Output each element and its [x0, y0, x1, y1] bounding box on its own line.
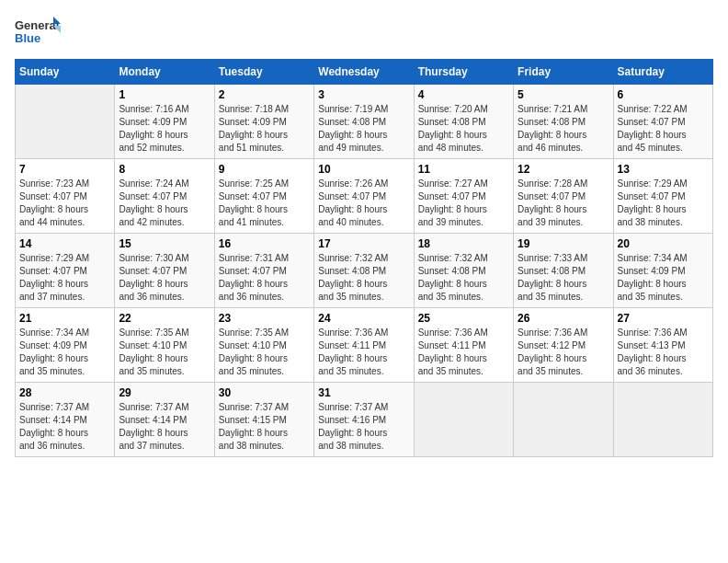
day-number: 10 [318, 163, 409, 176]
calendar-cell: 17Sunrise: 7:32 AM Sunset: 4:08 PM Dayli… [314, 234, 414, 308]
day-number: 26 [518, 312, 609, 325]
calendar-cell: 13Sunrise: 7:29 AM Sunset: 4:07 PM Dayli… [613, 159, 712, 234]
calendar-cell: 7Sunrise: 7:23 AM Sunset: 4:07 PM Daylig… [16, 159, 115, 234]
day-number: 2 [219, 88, 310, 101]
calendar-cell [16, 85, 115, 159]
day-info: Sunrise: 7:36 AM Sunset: 4:11 PM Dayligh… [418, 327, 509, 378]
day-number: 7 [19, 163, 110, 176]
day-info: Sunrise: 7:34 AM Sunset: 4:09 PM Dayligh… [618, 252, 709, 304]
calendar-cell: 24Sunrise: 7:36 AM Sunset: 4:11 PM Dayli… [314, 308, 414, 383]
calendar-cell: 16Sunrise: 7:31 AM Sunset: 4:07 PM Dayli… [214, 234, 313, 308]
day-info: Sunrise: 7:24 AM Sunset: 4:07 PM Dayligh… [119, 178, 210, 229]
header-wednesday: Wednesday [314, 60, 414, 85]
day-number: 18 [418, 237, 509, 250]
day-info: Sunrise: 7:36 AM Sunset: 4:11 PM Dayligh… [318, 327, 409, 378]
day-number: 1 [119, 88, 210, 101]
calendar-header: SundayMondayTuesdayWednesdayThursdayFrid… [16, 60, 713, 85]
calendar-cell [414, 383, 513, 457]
calendar-cell: 23Sunrise: 7:35 AM Sunset: 4:10 PM Dayli… [214, 308, 313, 383]
day-info: Sunrise: 7:37 AM Sunset: 4:15 PM Dayligh… [219, 401, 310, 453]
day-info: Sunrise: 7:23 AM Sunset: 4:07 PM Dayligh… [19, 178, 110, 229]
calendar-cell [514, 383, 613, 457]
header-thursday: Thursday [414, 60, 513, 85]
day-number: 19 [518, 237, 609, 250]
calendar-cell: 19Sunrise: 7:33 AM Sunset: 4:08 PM Dayli… [514, 234, 613, 308]
calendar-cell: 6Sunrise: 7:22 AM Sunset: 4:07 PM Daylig… [613, 85, 712, 159]
day-number: 5 [518, 88, 609, 101]
calendar-cell [613, 383, 712, 457]
header-friday: Friday [514, 60, 613, 85]
day-info: Sunrise: 7:34 AM Sunset: 4:09 PM Dayligh… [19, 327, 110, 378]
day-info: Sunrise: 7:19 AM Sunset: 4:08 PM Dayligh… [318, 103, 409, 155]
day-number: 4 [418, 88, 509, 101]
calendar-cell: 3Sunrise: 7:19 AM Sunset: 4:08 PM Daylig… [314, 85, 414, 159]
calendar-cell: 2Sunrise: 7:18 AM Sunset: 4:09 PM Daylig… [214, 85, 313, 159]
day-number: 14 [19, 237, 110, 250]
day-info: Sunrise: 7:22 AM Sunset: 4:07 PM Dayligh… [618, 103, 709, 155]
calendar-week-4: 21Sunrise: 7:34 AM Sunset: 4:09 PM Dayli… [16, 308, 713, 383]
svg-text:Blue: Blue [15, 31, 40, 45]
calendar-cell: 11Sunrise: 7:27 AM Sunset: 4:07 PM Dayli… [414, 159, 513, 234]
day-number: 21 [19, 312, 110, 325]
day-info: Sunrise: 7:36 AM Sunset: 4:13 PM Dayligh… [618, 327, 709, 378]
day-info: Sunrise: 7:29 AM Sunset: 4:07 PM Dayligh… [19, 252, 110, 304]
day-info: Sunrise: 7:28 AM Sunset: 4:07 PM Dayligh… [518, 178, 609, 229]
logo: General Blue [15, 15, 61, 52]
day-info: Sunrise: 7:37 AM Sunset: 4:16 PM Dayligh… [318, 401, 409, 453]
day-number: 30 [219, 386, 310, 399]
calendar-cell: 4Sunrise: 7:20 AM Sunset: 4:08 PM Daylig… [414, 85, 513, 159]
svg-text:General: General [15, 18, 59, 32]
day-info: Sunrise: 7:37 AM Sunset: 4:14 PM Dayligh… [119, 401, 210, 453]
day-number: 20 [618, 237, 709, 250]
calendar-week-2: 7Sunrise: 7:23 AM Sunset: 4:07 PM Daylig… [16, 159, 713, 234]
day-info: Sunrise: 7:31 AM Sunset: 4:07 PM Dayligh… [219, 252, 310, 304]
calendar-cell: 12Sunrise: 7:28 AM Sunset: 4:07 PM Dayli… [514, 159, 613, 234]
page-header: General Blue [15, 15, 713, 52]
day-number: 27 [618, 312, 709, 325]
day-info: Sunrise: 7:25 AM Sunset: 4:07 PM Dayligh… [219, 178, 310, 229]
day-number: 13 [618, 163, 709, 176]
day-number: 3 [318, 88, 409, 101]
calendar-cell: 1Sunrise: 7:16 AM Sunset: 4:09 PM Daylig… [115, 85, 214, 159]
calendar-cell: 25Sunrise: 7:36 AM Sunset: 4:11 PM Dayli… [414, 308, 513, 383]
day-number: 28 [19, 386, 110, 399]
calendar-cell: 14Sunrise: 7:29 AM Sunset: 4:07 PM Dayli… [16, 234, 115, 308]
calendar-cell: 27Sunrise: 7:36 AM Sunset: 4:13 PM Dayli… [613, 308, 712, 383]
calendar-table: SundayMondayTuesdayWednesdayThursdayFrid… [15, 59, 713, 457]
day-info: Sunrise: 7:35 AM Sunset: 4:10 PM Dayligh… [219, 327, 310, 378]
day-info: Sunrise: 7:33 AM Sunset: 4:08 PM Dayligh… [518, 252, 609, 304]
day-info: Sunrise: 7:35 AM Sunset: 4:10 PM Dayligh… [119, 327, 210, 378]
header-saturday: Saturday [613, 60, 712, 85]
day-info: Sunrise: 7:27 AM Sunset: 4:07 PM Dayligh… [418, 178, 509, 229]
day-info: Sunrise: 7:29 AM Sunset: 4:07 PM Dayligh… [618, 178, 709, 229]
day-info: Sunrise: 7:20 AM Sunset: 4:08 PM Dayligh… [418, 103, 509, 155]
day-number: 17 [318, 237, 409, 250]
day-number: 15 [119, 237, 210, 250]
day-info: Sunrise: 7:36 AM Sunset: 4:12 PM Dayligh… [518, 327, 609, 378]
calendar-cell: 10Sunrise: 7:26 AM Sunset: 4:07 PM Dayli… [314, 159, 414, 234]
day-info: Sunrise: 7:30 AM Sunset: 4:07 PM Dayligh… [119, 252, 210, 304]
day-number: 11 [418, 163, 509, 176]
day-number: 29 [119, 386, 210, 399]
day-info: Sunrise: 7:26 AM Sunset: 4:07 PM Dayligh… [318, 178, 409, 229]
day-info: Sunrise: 7:21 AM Sunset: 4:08 PM Dayligh… [518, 103, 609, 155]
calendar-cell: 15Sunrise: 7:30 AM Sunset: 4:07 PM Dayli… [115, 234, 214, 308]
day-number: 12 [518, 163, 609, 176]
day-number: 16 [219, 237, 310, 250]
header-tuesday: Tuesday [214, 60, 313, 85]
header-sunday: Sunday [16, 60, 115, 85]
day-info: Sunrise: 7:32 AM Sunset: 4:08 PM Dayligh… [318, 252, 409, 304]
day-number: 22 [119, 312, 210, 325]
day-number: 6 [618, 88, 709, 101]
calendar-cell: 26Sunrise: 7:36 AM Sunset: 4:12 PM Dayli… [514, 308, 613, 383]
day-number: 8 [119, 163, 210, 176]
day-number: 25 [418, 312, 509, 325]
calendar-cell: 20Sunrise: 7:34 AM Sunset: 4:09 PM Dayli… [613, 234, 712, 308]
day-info: Sunrise: 7:16 AM Sunset: 4:09 PM Dayligh… [119, 103, 210, 155]
calendar-cell: 28Sunrise: 7:37 AM Sunset: 4:14 PM Dayli… [16, 383, 115, 457]
calendar-cell: 22Sunrise: 7:35 AM Sunset: 4:10 PM Dayli… [115, 308, 214, 383]
calendar-cell: 21Sunrise: 7:34 AM Sunset: 4:09 PM Dayli… [16, 308, 115, 383]
day-info: Sunrise: 7:32 AM Sunset: 4:08 PM Dayligh… [418, 252, 509, 304]
calendar-cell: 31Sunrise: 7:37 AM Sunset: 4:16 PM Dayli… [314, 383, 414, 457]
calendar-week-3: 14Sunrise: 7:29 AM Sunset: 4:07 PM Dayli… [16, 234, 713, 308]
